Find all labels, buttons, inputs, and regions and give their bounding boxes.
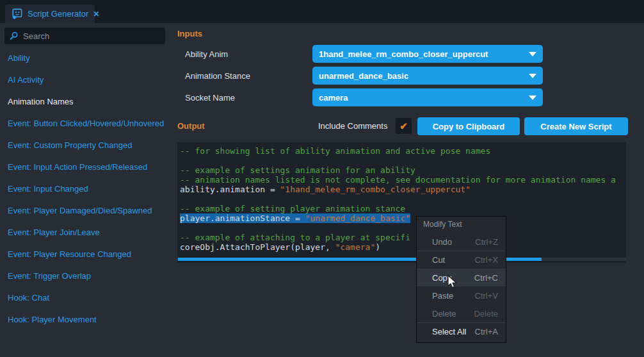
menu-item-label: Paste: [432, 291, 475, 301]
sidebar-item[interactable]: Event: Input Action Pressed/Released: [0, 156, 172, 178]
dropdown-socket-name[interactable]: camera: [312, 88, 543, 106]
context-menu-item-select-all[interactable]: Select AllCtrl+A: [417, 322, 506, 340]
code-segment-code: ability.animation =: [180, 185, 280, 194]
dropdown-ability-anim-value: 1hand_melee_rm_combo_closer_uppercut: [319, 49, 529, 59]
script-generator-icon: [11, 8, 23, 20]
code-segment-code: ): [375, 242, 380, 252]
horizontal-scrollbar-track[interactable]: [177, 258, 626, 261]
sidebar-item[interactable]: AI Activity: [0, 69, 172, 91]
code-line: -- example of attaching to a player at s…: [180, 233, 626, 242]
code-content: -- for showing list of ability animation…: [177, 142, 626, 252]
sidebar-item[interactable]: Event: Button Clicked/Hovered/Unhovered: [0, 113, 172, 135]
menu-item-label: Cut: [432, 255, 475, 265]
menu-item-shortcut: Ctrl+Z: [475, 237, 498, 247]
output-heading: Output: [177, 121, 205, 131]
sidebar-item[interactable]: Hook: Chat: [0, 287, 172, 309]
dropdown-ability-anim[interactable]: 1hand_melee_rm_combo_closer_uppercut: [312, 45, 543, 63]
code-segment-string: "camera": [335, 242, 376, 252]
code-line: [180, 223, 626, 233]
field-label-socket-name: Socket Name: [185, 93, 235, 103]
sidebar-item[interactable]: Ability: [0, 47, 172, 69]
sidebar-item[interactable]: Event: Custom Property Changed: [0, 135, 172, 156]
menu-item-shortcut: Ctrl+V: [475, 291, 498, 301]
code-line: coreObj.AttachToPlayer(player, "camera"): [180, 242, 626, 252]
sidebar-item[interactable]: Event: Player Join/Leave: [0, 222, 172, 244]
context-menu-item-paste[interactable]: PasteCtrl+V: [417, 286, 506, 304]
code-line: [180, 194, 626, 204]
code-segment-comment: -- animation names listed is not complet…: [180, 175, 616, 185]
sidebar-item[interactable]: Hook: Player Movement: [0, 309, 172, 331]
code-segment-comment: -- for showing list of ability animation…: [180, 146, 490, 156]
top-tab-bar: Script Generator ✕: [0, 0, 644, 23]
create-new-script-button[interactable]: Create New Script: [524, 117, 628, 135]
code-line: [180, 156, 626, 165]
code-segment-string: "unarmed_dance_basic": [305, 213, 410, 223]
include-comments-checkbox[interactable]: ✔: [396, 118, 412, 134]
field-label-animation-stance: Animation Stance: [185, 71, 250, 81]
context-menu: Modify Text UndoCtrl+ZCutCtrl+XCopyCtrl+…: [416, 216, 506, 343]
tab-close-icon[interactable]: ✕: [93, 10, 99, 19]
search-box[interactable]: [4, 28, 165, 44]
include-comments-label: Include Comments: [318, 121, 387, 131]
code-output-area[interactable]: -- for showing list of ability animation…: [177, 142, 626, 263]
context-menu-item-copy[interactable]: CopyCtrl+C: [417, 269, 506, 286]
context-menu-header: Modify Text: [417, 217, 506, 233]
menu-item-shortcut: Ctrl+C: [474, 273, 498, 283]
context-menu-item-delete[interactable]: DeleteDelete: [417, 304, 506, 322]
code-line: ability.animation = "1hand_melee_rm_comb…: [180, 185, 626, 194]
menu-item-label: Undo: [432, 237, 475, 247]
menu-item-label: Copy: [432, 273, 474, 283]
dropdown-animation-stance-value: unarmed_dance_basic: [319, 71, 529, 81]
context-menu-item-cut[interactable]: CutCtrl+X: [417, 251, 506, 269]
menu-item-shortcut: Ctrl+X: [475, 255, 498, 265]
context-menu-items: UndoCtrl+ZCutCtrl+XCopyCtrl+CPasteCtrl+V…: [417, 233, 506, 340]
search-input[interactable]: [23, 31, 151, 41]
menu-item-label: Select All: [432, 327, 475, 336]
code-segment-comment: -- example of setting player animation s…: [180, 204, 405, 213]
field-label-ability-anim: Ability Anim: [185, 49, 228, 59]
sidebar-item[interactable]: Animation Names: [0, 91, 172, 113]
inputs-heading: Inputs: [177, 29, 202, 38]
dropdown-socket-name-value: camera: [319, 93, 529, 103]
code-segment-string: "1hand_melee_rm_combo_closer_uppercut": [280, 185, 471, 194]
code-line: -- example of setting player animation s…: [180, 204, 626, 213]
selected-text: player.animationStance = "unarmed_dance_…: [180, 213, 410, 223]
chevron-down-icon: [529, 95, 536, 100]
code-line: -- animation names listed is not complet…: [180, 175, 626, 185]
sidebar-item[interactable]: Event: Player Resource Changed: [0, 244, 172, 265]
code-segment-comment: -- example of attaching to a player at s…: [180, 233, 410, 242]
code-segment-code: player.animationStance =: [180, 213, 305, 223]
context-menu-item-undo[interactable]: UndoCtrl+Z: [417, 233, 506, 251]
sidebar-item[interactable]: Event: Player Damaged/Died/Spawned: [0, 200, 172, 222]
sidebar-list: AbilityAI ActivityAnimation NamesEvent: …: [0, 47, 172, 331]
copy-to-clipboard-button[interactable]: Copy to Clipboard: [417, 117, 520, 135]
tab-script-generator[interactable]: Script Generator ✕: [5, 4, 95, 23]
search-icon: [9, 31, 19, 41]
menu-item-shortcut: Delete: [474, 309, 498, 319]
dropdown-animation-stance[interactable]: unarmed_dance_basic: [312, 67, 543, 85]
menu-item-label: Delete: [432, 309, 474, 319]
tab-title: Script Generator: [28, 9, 88, 19]
check-icon: ✔: [399, 120, 408, 132]
menu-item-shortcut: Ctrl+A: [475, 327, 498, 336]
chevron-down-icon: [529, 52, 536, 56]
chevron-down-icon: [529, 74, 536, 78]
code-line: -- for showing list of ability animation…: [180, 146, 626, 156]
code-segment-comment: -- example of settings animation for an …: [180, 165, 415, 175]
code-line: -- example of settings animation for an …: [180, 165, 626, 175]
code-line: player.animationStance = "unarmed_dance_…: [180, 213, 626, 223]
sidebar-item[interactable]: Event: Input Changed: [0, 178, 172, 200]
code-segment-code: coreObj.AttachToPlayer(player,: [180, 242, 335, 252]
sidebar-item[interactable]: Event: Trigger Overlap: [0, 265, 172, 287]
